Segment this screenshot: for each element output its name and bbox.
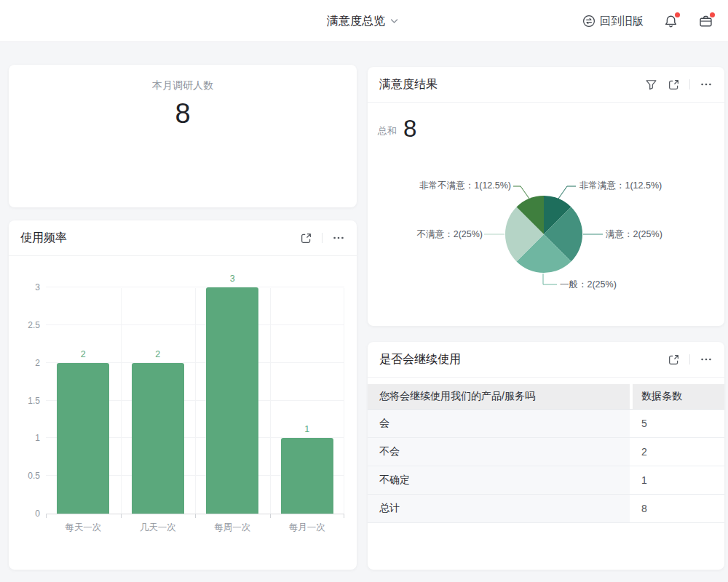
table-row: 会 5 (368, 410, 724, 438)
export-icon[interactable] (667, 353, 680, 366)
bar-value-label: 1 (281, 424, 333, 434)
row-label: 会 (368, 410, 630, 437)
notification-bell-button[interactable] (662, 13, 678, 29)
y-axis-label: 0.5 (12, 471, 40, 481)
continue-use-table: 您将会继续使用我们的产品/服务吗 数据条数 会 5 不会 2 不确定 1 总计 … (368, 384, 724, 523)
icon-divider (322, 233, 323, 243)
x-gridline (344, 288, 344, 514)
row-label: 不会 (368, 438, 630, 466)
row-label: 总计 (368, 495, 630, 522)
row-value: 5 (633, 410, 724, 437)
row-label: 不确定 (368, 466, 630, 494)
survey-count-value: 8 (9, 100, 357, 127)
x-axis-label: 每天一次 (46, 522, 121, 534)
bar-每周一次 (206, 287, 258, 514)
app-header: 满意度总览 回到旧版 (0, 0, 728, 42)
row-value: 2 (633, 438, 724, 466)
x-axis-tick (46, 514, 47, 518)
x-axis-tick (195, 514, 196, 518)
x-axis-tick (121, 514, 122, 518)
x-axis-tick (344, 514, 344, 518)
more-icon[interactable] (700, 353, 713, 366)
bar-每天一次 (57, 363, 109, 514)
continue-use-card: 是否会继续使用 您将会继续使用我们的产品/服务吗 数据条数 会 5 (368, 342, 724, 570)
table-row: 不会 2 (368, 438, 724, 466)
x-axis-label: 几天一次 (121, 522, 196, 534)
satisfaction-pie-chart (368, 67, 724, 326)
y-axis-label: 1 (12, 433, 40, 443)
frequency-bar-chart: 00.511.522.532每天一次2几天一次3每周一次1每月一次 (46, 276, 344, 514)
x-gridline (195, 288, 196, 514)
y-axis-label: 2 (12, 358, 40, 368)
pie-label-neutral: 一般：2(25%) (560, 279, 617, 290)
icon-divider (689, 354, 690, 364)
table-row: 不确定 1 (368, 466, 724, 495)
survey-count-title: 本月调研人数 (9, 79, 357, 92)
more-icon[interactable] (332, 231, 345, 244)
continue-card-header: 是否会继续使用 (368, 342, 724, 378)
pie-label-very-satisfied: 非常满意：1(12.5%) (579, 180, 662, 191)
x-gridline (121, 288, 122, 514)
chevron-down-icon (390, 18, 398, 24)
y-axis-label: 2.5 (12, 320, 40, 330)
usage-frequency-card: 使用频率 00.511.522.532每天一次2几天一次3每周一次1每月一次 (9, 220, 357, 570)
back-to-old-version-label: 回到旧版 (600, 15, 644, 28)
row-value: 1 (633, 466, 724, 494)
table-column-count: 数据条数 (633, 384, 724, 409)
pie-label-satisfied: 满意：2(25%) (606, 229, 662, 239)
notification-badge (675, 12, 680, 17)
pie-leader-line (543, 274, 557, 284)
bar-value-label: 3 (206, 274, 258, 284)
export-icon[interactable] (299, 231, 312, 244)
pie-label-very-dissatisfied: 非常不满意：1(12.5%) (419, 180, 511, 191)
bar-value-label: 2 (132, 349, 184, 359)
header-actions: 回到旧版 (582, 0, 713, 42)
workbench-badge (710, 12, 715, 17)
y-axis-label: 0 (12, 509, 40, 519)
x-axis-label: 每月一次 (270, 522, 345, 534)
back-to-old-version-button[interactable]: 回到旧版 (582, 15, 644, 28)
pie-leader-line (513, 186, 529, 199)
frequency-card-header: 使用频率 (9, 220, 357, 256)
x-gridline (270, 288, 271, 514)
y-axis-label: 1.5 (12, 396, 40, 406)
x-axis-label: 每周一次 (195, 522, 270, 534)
table-header-row: 您将会继续使用我们的产品/服务吗 数据条数 (368, 384, 724, 410)
y-axis-label: 3 (12, 282, 40, 292)
bar-每月一次 (281, 438, 333, 514)
row-value: 8 (633, 495, 724, 522)
frequency-card-title: 使用频率 (20, 231, 67, 246)
bar-几天一次 (132, 363, 184, 514)
x-axis-tick (270, 514, 271, 518)
pie-label-dissatisfied: 不满意：2(25%) (417, 229, 483, 239)
table-column-question: 您将会继续使用我们的产品/服务吗 (368, 384, 630, 409)
continue-card-title: 是否会继续使用 (379, 352, 461, 367)
satisfaction-result-card: 满意度结果 总和 8 非常满意：1(12.5%) (368, 67, 724, 326)
survey-count-card: 本月调研人数 8 (9, 65, 357, 207)
switch-version-icon (582, 15, 596, 28)
dashboard-title-dropdown[interactable]: 满意度总览 (327, 0, 398, 42)
workbench-button[interactable] (697, 13, 713, 29)
y-gridline (46, 287, 344, 287)
pie-leader-line (558, 186, 576, 199)
table-row: 总计 8 (368, 495, 724, 523)
bar-value-label: 2 (57, 349, 109, 359)
page-title: 满意度总览 (327, 14, 385, 29)
